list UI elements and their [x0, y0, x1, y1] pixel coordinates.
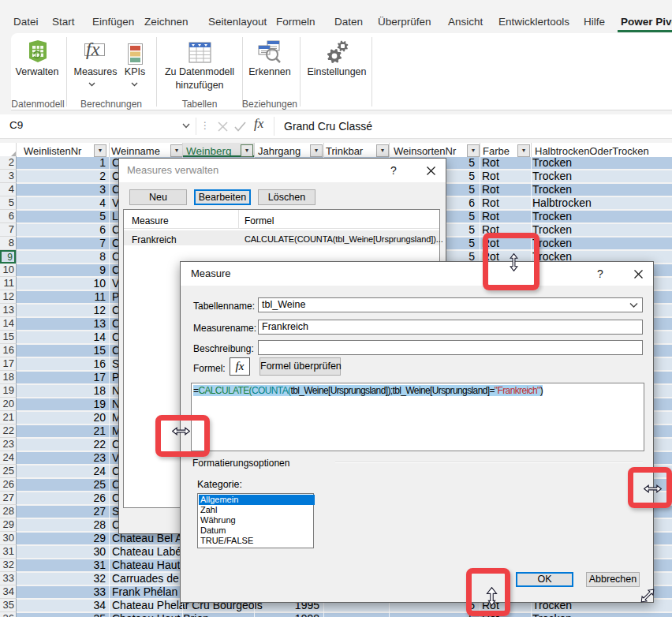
svg-text:fx: fx: [86, 39, 100, 59]
